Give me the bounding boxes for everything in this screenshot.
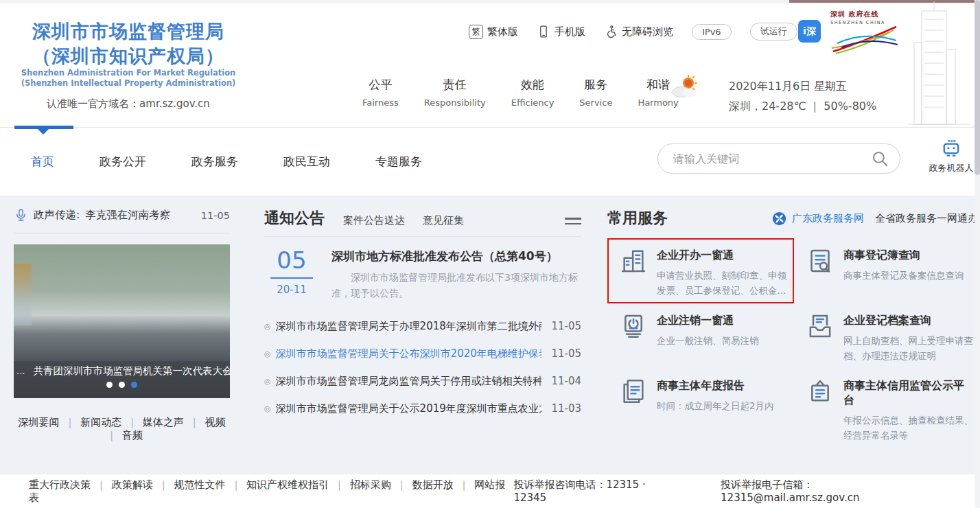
gd-portal-link[interactable]: 广东政务服务网 — [772, 211, 864, 226]
news-link-媒体之声[interactable]: 媒体之声 — [143, 416, 184, 428]
search-icon[interactable] — [871, 150, 889, 168]
featured-date-block: 05 20-11 — [264, 249, 319, 301]
services-grid: 企业开办一窗通申请营业执照、刻制印章、申领发票、员工参保登记、公积金...商事登… — [607, 238, 978, 449]
quick-link-accessibility[interactable]: 无障碍浏览 — [604, 25, 673, 38]
news-link-音频[interactable]: 音频 — [122, 429, 143, 441]
news-carousel[interactable]: ... 共青团深圳市市场监管局机关第一次代表大会胜利召开 — [14, 244, 230, 398]
separator: ｜ — [96, 478, 106, 491]
pill-试运行[interactable]: 试运行 — [750, 23, 797, 41]
notice-item[interactable]: ◎深圳市市场监督管理局关于公布深圳市2020年电梯维护保养...11-05 — [264, 340, 581, 367]
services-title: 常用服务 — [607, 208, 668, 229]
notices-tab-案件公告送达[interactable]: 案件公告送达 — [343, 214, 405, 227]
carousel-caption[interactable]: 共青团深圳市市场监管局机关第一次代表大会胜利召开 — [33, 365, 230, 378]
voice-headline[interactable]: 李克强在河南考察 — [85, 208, 170, 222]
brand-en-text: SHENZHEN CHINA — [830, 20, 902, 25]
separator: ｜ — [106, 429, 117, 441]
notices-tabs: 案件公告送达意见征集 — [343, 214, 464, 229]
site-logo[interactable]: 深圳市市场监督管理局 （深圳市知识产权局） Shenzhen Administr… — [15, 19, 242, 111]
news-link-新闻动态[interactable]: 新闻动态 — [80, 416, 121, 428]
service-body: 企业注销一窗通企业一般注销、简易注销 — [657, 312, 759, 363]
divider — [14, 233, 230, 233]
more-notices-icon[interactable] — [565, 214, 581, 229]
notice-bullet-icon: ◎ — [264, 349, 271, 358]
news-link-深圳要闻[interactable]: 深圳要闻 — [18, 416, 59, 428]
footer-contacts: 投诉举报咨询电话：12315 · 12345 投诉举报电子信箱：12315@ma… — [513, 478, 951, 504]
main-nav: 首页政务公开政务服务政民互动专题服务 政务机器人 — [0, 127, 980, 196]
featured-title[interactable]: 深圳市地方标准批准发布公告（总第40号） — [331, 249, 581, 264]
gov-robot-button[interactable]: 政务机器人 — [928, 137, 975, 174]
footer-link-数据开放[interactable]: 数据开放 — [412, 478, 454, 491]
nav-item-政务公开[interactable]: 政务公开 — [100, 154, 146, 170]
nav-item-政务服务[interactable]: 政务服务 — [191, 154, 238, 170]
services-column: 常用服务 广东政务服务网 全省政务服务一网通办 企业开办一 — [607, 208, 978, 449]
robot-label: 政务机器人 — [928, 162, 975, 174]
quick-link-traditional[interactable]: 繁繁体版 — [469, 25, 518, 39]
shenzhen-app-icon[interactable]: i深 — [798, 20, 821, 43]
carousel-dot-1[interactable] — [106, 382, 113, 388]
value-en: Responsibility — [424, 97, 486, 108]
notice-item[interactable]: ◎深圳市市场监督管理局龙岗监管局关于停用或注销相关特种...11-04 — [264, 367, 581, 395]
footer-links: 重大行政决策｜政策解读｜规范性文件｜知识产权维权指引｜招标采购｜数据开放｜网站报… — [29, 478, 513, 505]
service-body: 企业开办一窗通申请营业执照、刻制印章、申领发票、员工参保登记、公积金... — [657, 246, 790, 298]
kite-swoosh-graphic — [830, 25, 899, 54]
credit-platform-icon — [806, 378, 834, 405]
building-sketch — [894, 0, 973, 128]
news-column: 政声传递: 李克强在河南考察 11-05 ... 共青团深圳市市场监管局机关第一… — [14, 208, 230, 442]
nav-item-专题服务[interactable]: 专题服务 — [375, 154, 422, 170]
separator: ｜ — [65, 416, 75, 428]
notice-text[interactable]: 深圳市市场监督管理局关于办理2018年深圳市第二批境外商... — [276, 320, 542, 333]
quick-link-mobile[interactable]: 手机版 — [537, 25, 585, 38]
footer-link-规范性文件[interactable]: 规范性文件 — [174, 478, 225, 491]
service-企业注销一窗通[interactable]: 企业注销一窗通企业一般注销、简易注销 — [607, 303, 794, 369]
nav-item-首页[interactable]: 首页 — [31, 154, 54, 170]
search-input[interactable] — [658, 152, 871, 165]
notice-text[interactable]: 深圳市市场监督管理局关于公示2019年度深圳市重点农业龙... — [276, 402, 542, 415]
scrollbar-thumb[interactable] — [975, 0, 980, 175]
service-desc: 时间：成立周年之日起2月内 — [657, 399, 774, 414]
news-link-视频[interactable]: 视频 — [205, 416, 226, 428]
service-商事主体年度报告[interactable]: 商事主体年度报告时间：成立周年之日起2月内 — [607, 369, 794, 448]
notice-date: 11-03 — [551, 402, 581, 415]
service-body: 商事登记簿查询商事主体登记及备案信息查询 — [843, 246, 964, 298]
service-title: 商事主体信用监管公示平台 — [843, 379, 974, 408]
scrollbar-track[interactable] — [975, 0, 980, 508]
footer-link-政策解读[interactable]: 政策解读 — [112, 478, 153, 491]
service-desc: 年报公示信息、抽查检查结果、经营异常名录等 — [843, 413, 974, 443]
footer-link-重大行政决策[interactable]: 重大行政决策 — [29, 478, 91, 491]
featured-day: 05 — [264, 249, 319, 272]
separator: ｜ — [159, 478, 169, 491]
featured-notice[interactable]: 05 20-11 深圳市地方标准批准发布公告（总第40号） 深圳市市场监督管理局… — [264, 249, 581, 301]
footer: 重大行政决策｜政策解读｜规范性文件｜知识产权维权指引｜招标采购｜数据开放｜网站报… — [0, 474, 980, 508]
separator: ｜ — [231, 478, 241, 491]
service-title: 企业注销一窗通 — [657, 314, 759, 328]
email-value[interactable]: 12315@mail.amr.sz.gov.cn — [721, 492, 859, 504]
voice-news-row[interactable]: 政声传递: 李克强在河南考察 11-05 — [14, 208, 230, 222]
pill-IPv6[interactable]: IPv6 — [692, 24, 732, 40]
carousel-dots — [14, 382, 230, 388]
complaint-phone: 投诉举报咨询电话：12315 · 12345 — [513, 478, 681, 504]
service-企业登记档案查询[interactable]: 企业登记档案查询网上自助查档、网上受理申请查档、办理违法违规证明 — [794, 303, 978, 369]
footer-link-知识产权维权指引[interactable]: 知识产权维权指引 — [246, 478, 329, 491]
divider — [264, 236, 581, 237]
portal-note[interactable]: 全省政务服务一网通办 — [875, 212, 978, 225]
nav-item-政民互动[interactable]: 政民互动 — [283, 154, 330, 170]
carousel-dot-2[interactable] — [119, 382, 125, 388]
value-zh: 服务 — [579, 77, 612, 93]
notice-text[interactable]: 深圳市市场监督管理局龙岗监管局关于停用或注销相关特种... — [276, 375, 542, 388]
featured-month: 20-11 — [264, 284, 319, 296]
service-企业开办一窗通[interactable]: 企业开办一窗通申请营业执照、刻制印章、申领发票、员工参保登记、公积金... — [607, 238, 794, 303]
service-商事登记簿查询[interactable]: 商事登记簿查询商事主体登记及备案信息查询 — [794, 238, 978, 303]
value-en: Service — [579, 97, 612, 108]
quick-link-label: 手机版 — [555, 25, 585, 38]
service-商事主体信用监管公示平台[interactable]: 商事主体信用监管公示平台年报公示信息、抽查检查结果、经营异常名录等 — [794, 369, 978, 448]
notice-date: 11-04 — [551, 375, 581, 387]
carousel-dot-3[interactable] — [131, 382, 137, 388]
footer-link-招标采购[interactable]: 招标采购 — [350, 478, 391, 491]
notice-text[interactable]: 深圳市市场监督管理局关于公布深圳市2020年电梯维护保养... — [276, 347, 542, 360]
weather-line: 深圳，24-28℃ ｜ 50%-80% — [729, 97, 876, 117]
notice-date: 11-05 — [551, 347, 581, 360]
value-zh: 公平 — [362, 77, 399, 93]
notice-item[interactable]: ◎深圳市市场监督管理局关于办理2018年深圳市第二批境外商...11-05 — [264, 312, 581, 340]
notice-item[interactable]: ◎深圳市市场监督管理局关于公示2019年度深圳市重点农业龙...11-03 — [264, 395, 581, 422]
notices-tab-意见征集[interactable]: 意见征集 — [423, 214, 464, 227]
